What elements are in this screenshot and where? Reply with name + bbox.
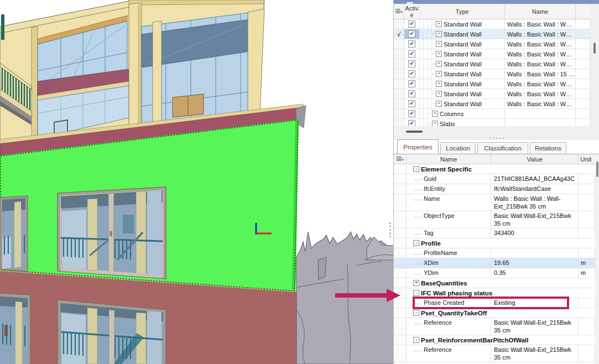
property-group-row[interactable]: -Pset_ReinforcementBarPitchOfWall — [394, 335, 595, 345]
active-cell: ✔ — [404, 39, 420, 49]
element-row[interactable]: ✔+Standard WallWalls : Basic Wall : W… — [394, 49, 590, 59]
expand-icon[interactable]: + — [436, 51, 442, 57]
expand-icon[interactable]: - — [413, 310, 419, 316]
name-cell: Walls : Basic Wall : W… — [505, 29, 576, 39]
column-header-name[interactable]: Name — [407, 154, 491, 164]
expand-icon[interactable]: - — [413, 337, 419, 343]
column-header-name[interactable]: Name — [505, 4, 576, 19]
active-checkbox[interactable]: ✔ — [408, 80, 415, 87]
scrollbar-corner — [590, 126, 599, 137]
property-row[interactable]: Phase CreatedExisting — [394, 298, 595, 308]
properties-vertical-scrollbar[interactable] — [595, 154, 599, 364]
active-checkbox[interactable]: ✔ — [408, 60, 415, 67]
row-header-cell — [394, 174, 407, 184]
expand-icon[interactable]: + — [432, 111, 438, 117]
scrollbar-thumb[interactable] — [406, 131, 423, 133]
active-checkbox[interactable]: ✔ — [408, 110, 415, 117]
expand-icon[interactable]: + — [413, 280, 419, 286]
active-checkbox[interactable]: ✔ — [408, 70, 415, 77]
property-row[interactable]: ProfileName — [394, 248, 595, 258]
panel-splitter-handle[interactable] — [389, 222, 392, 239]
tree-line — [423, 119, 424, 126]
element-row[interactable]: √✔+Standard WallWalls : Basic Wall : W… — [394, 29, 590, 39]
element-row[interactable]: ✔+Standard WallWalls : Basic Wall : W… — [394, 79, 590, 89]
column-header-value[interactable]: Value — [491, 154, 579, 164]
active-cell: ✔ — [404, 89, 420, 99]
column-header-active[interactable]: Active — [404, 4, 420, 19]
tab-location[interactable]: Location — [440, 142, 476, 154]
expand-icon[interactable]: - — [413, 166, 419, 172]
expand-icon[interactable]: - — [413, 240, 419, 246]
property-name-cell: Reference — [407, 318, 491, 335]
column-header-unit[interactable]: Unit — [579, 154, 595, 164]
expand-icon[interactable]: + — [436, 31, 442, 37]
terrain — [296, 232, 394, 364]
type-cell: +Standard Wall — [420, 59, 505, 69]
active-checkbox[interactable]: ✔ — [408, 120, 415, 126]
property-group-row[interactable]: -IFC Wall phasing status — [394, 288, 595, 298]
property-row[interactable]: ReferenceBasic Wall:Wall-Ext_215Bwk 35 c… — [394, 318, 595, 335]
property-row[interactable]: ReferenceBasic Wall:Wall-Ext_215Bwk 35 c… — [394, 345, 595, 362]
property-row[interactable]: YDim0.35m — [394, 268, 595, 278]
group-label: Profile — [421, 240, 441, 247]
row-header-cell — [394, 228, 407, 238]
expand-icon[interactable]: + — [436, 81, 442, 87]
table-select-icon[interactable]: ⊞▾ — [394, 154, 407, 164]
element-row[interactable]: ✔+Standard WallWalls : Basic Wall : W… — [394, 99, 590, 109]
type-label: Standard Wall — [444, 81, 482, 87]
active-checkbox[interactable]: ✔ — [408, 40, 415, 48]
expand-icon[interactable]: + — [436, 101, 442, 107]
tree-line — [423, 59, 424, 69]
elements-vertical-scrollbar[interactable] — [590, 4, 599, 126]
active-checkbox[interactable]: ✔ — [408, 50, 415, 58]
row-marker — [394, 99, 404, 109]
3d-viewport[interactable] — [0, 0, 394, 364]
tab-properties[interactable]: Properties — [397, 139, 439, 154]
property-group-row[interactable]: -Pset_QuantityTakeOff — [394, 308, 595, 318]
row-marker — [394, 109, 404, 119]
property-name-cell: Guid — [407, 174, 491, 184]
expand-icon[interactable]: + — [436, 61, 442, 67]
property-group-row[interactable]: +BaseQuantities — [394, 278, 595, 288]
active-checkbox[interactable]: ✔ — [408, 30, 415, 38]
elements-horizontal-scrollbar[interactable] — [394, 126, 590, 137]
property-row[interactable]: XDim19.65m — [394, 258, 595, 268]
element-row[interactable]: ✔+Standard WallWalls : Basic Wall : W… — [394, 89, 590, 99]
element-row[interactable]: ✔+Columns — [394, 109, 590, 119]
property-name-cell: Tag — [407, 228, 491, 238]
property-row[interactable]: Tag343400 — [394, 228, 595, 238]
tree-line — [427, 109, 428, 118]
property-group-row[interactable]: -Element Specific — [394, 164, 595, 174]
element-row[interactable]: ✔+Slabs — [394, 119, 590, 126]
tree-line — [431, 69, 431, 79]
active-checkbox[interactable]: ✔ — [408, 90, 415, 97]
tree-connector — [414, 212, 422, 217]
tab-relations[interactable]: Relations — [530, 142, 566, 154]
property-row[interactable]: NameWalls : Basic Wall : Wall-Ext_215Bwk… — [394, 194, 595, 211]
expand-icon[interactable]: + — [436, 91, 442, 97]
active-checkbox[interactable]: ✔ — [408, 20, 415, 28]
property-row[interactable]: IfcEntityIfcWallStandardCase — [394, 184, 595, 194]
row-header-cell — [394, 278, 407, 288]
property-group-row[interactable]: -Profile — [394, 238, 595, 248]
expand-icon[interactable]: + — [432, 121, 438, 126]
scrollbar-thumb[interactable] — [593, 43, 596, 54]
tree-connector — [414, 185, 422, 190]
table-select-icon[interactable]: ⊞▾ — [394, 4, 404, 19]
type-label: Slabs — [440, 121, 455, 127]
name-cell: Walls : Basic Wall : W… — [505, 99, 576, 109]
element-row[interactable]: ✔+Standard WallWalls : Basic Wall : W… — [394, 19, 590, 29]
active-checkbox[interactable]: ✔ — [408, 100, 415, 107]
tab-classification[interactable]: Classification — [477, 142, 528, 154]
expand-icon[interactable]: + — [436, 41, 442, 47]
element-row[interactable]: ✔+Standard WallWalls : Basic Wall : W… — [394, 39, 590, 49]
expand-icon[interactable]: + — [436, 71, 442, 77]
scrollbar-thumb[interactable] — [596, 162, 598, 177]
element-row[interactable]: ✔+Standard WallWalls : Basic Wall : 15 … — [394, 69, 590, 79]
expand-icon[interactable]: + — [436, 21, 442, 27]
column-header-type[interactable]: Type — [420, 4, 505, 19]
expand-icon[interactable]: - — [413, 290, 419, 296]
property-row[interactable]: ObjectTypeBasic Wall:Wall-Ext_215Bwk 35 … — [394, 211, 595, 228]
property-row[interactable]: Guid21THIC881BAAJ_BCAAg43C — [394, 174, 595, 184]
element-row[interactable]: ✔+Standard WallWalls : Basic Wall : W… — [394, 59, 590, 69]
